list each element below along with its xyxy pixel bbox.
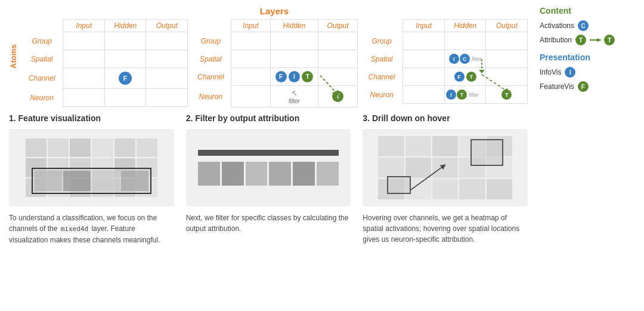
presentation-legend-title: Presentation [540,53,635,62]
col-input-1: Input [63,20,105,32]
matrix-table-2: Input Hidden Output Group [191,19,358,107]
badge-F-legend: F [578,81,589,92]
filter-label-3b: filter [469,92,479,98]
step-1: 1. Feature visualization [9,113,174,245]
cell-3-group-hidden [444,32,486,50]
svg-marker-6 [597,38,602,42]
legend-attribution: Attribution T T [540,35,635,45]
cell-1-channel-output [146,68,188,89]
svg-line-4 [411,166,444,190]
cell-1-neuron-input [63,89,105,107]
step-1-code: mixed4d [60,225,89,233]
cell-1-spatial-output [146,50,188,68]
layers-title: Layers [21,6,528,16]
col-input-3: Input [403,20,445,32]
badge-I-legend: I [565,67,575,78]
content-legend-title: Content [540,6,635,16]
infovis-label: InfoVis [540,68,561,76]
step-3-title: 3. Drill down on hover [363,113,528,123]
badge-I-2: I [289,71,300,82]
step-1-title: 1. Feature visualization [9,113,174,123]
cell-1-group-output [146,32,188,50]
cell-3-channel-output [486,68,528,86]
cell-2-group-output [318,32,357,50]
cell-3-neuron-input [403,86,445,104]
matrix-table-1: Input Hidden Output Group [21,19,188,107]
cell-2-spatial-output [318,50,357,68]
cell-3-neuron-hidden: I T filter [444,86,486,104]
cursor-icon-2: ↖ [290,88,298,98]
row-channel-1: Channel [21,68,63,89]
matrix-1: Input Hidden Output Group [21,19,188,107]
badge-F-2: F [275,71,287,82]
activations-label: Activations [540,21,574,30]
badge-T-3c: T [466,72,476,82]
badge-T-to-legend: T [604,35,615,45]
col-output-3: Output [486,20,528,32]
row-spatial-2: Spatial [191,50,231,68]
cell-2-group-input [231,32,270,50]
cell-2-spatial-input [231,50,270,68]
right-section: Content Activations C Attribution T T Pr… [534,6,635,245]
cell-2-group-hidden [270,32,318,50]
cell-2-spatial-hidden [270,50,318,68]
badge-I-3n: I [446,90,456,100]
row-channel-2: Channel [191,68,231,86]
row-neuron-3: Neuron [361,86,403,104]
badge-F-1: F [119,72,132,85]
main-container: Atoms Layers Input Hidden [0,0,644,251]
row-group-1: Group [21,32,63,50]
cell-3-group-input [403,32,445,50]
legend-infovis: InfoVis I [540,67,635,78]
step-3-image [363,129,528,207]
badge-T-from-legend: T [575,35,586,45]
matrix-2: Input Hidden Output Group [191,19,358,107]
cell-1-neuron-output [146,89,188,107]
col-output-2: Output [318,20,357,32]
row-group-2: Group [191,32,231,50]
step-2-image [186,129,351,207]
col-input-2: Input [231,20,270,32]
step-2: 2. Filter by output attribution [186,113,351,245]
cell-3-spatial-input [403,50,445,68]
legend-activations: Activations C [540,20,635,31]
steps-section: 1. Feature visualization [9,113,528,245]
badge-I-3s: I [449,54,459,64]
matrix-2-wrap: Input Hidden Output Group [191,19,358,107]
cell-2-neuron-input [231,86,270,107]
cell-2-channel-hidden: F I T [270,68,318,86]
cell-3-spatial-output [486,50,528,68]
row-spatial-3: Spatial [361,50,403,68]
arrow-icon [590,39,600,41]
cell-1-group-hidden [104,32,146,50]
cell-1-channel-hidden: F [104,68,146,89]
badge-T-2: T [302,71,313,82]
col-hidden-2: Hidden [270,20,318,32]
atoms-label: Atoms [9,6,18,107]
filter-label-2: filter [289,98,300,104]
cell-2-channel-input [231,68,270,86]
col-hidden-3: Hidden [444,20,486,32]
row-spatial-1: Spatial [21,50,63,68]
cell-1-group-input [63,32,105,50]
matrices-all: Input Hidden Output Group [21,19,528,107]
cell-1-channel-input [63,68,105,89]
col-output-1: Output [146,20,188,32]
badge-T-3n: T [457,90,467,100]
cell-2-channel-output [318,68,357,86]
cell-3-spatial-hidden: I C filter [444,50,486,68]
step-3-desc: Hovering over channels, we get a heatmap… [363,213,528,245]
col-hidden-1: Hidden [104,20,146,32]
cell-1-neuron-hidden [104,89,146,107]
filter-label-3a: filter [472,56,482,62]
matrix-table-3: Input Hidden Output Group [361,19,528,104]
left-section: Atoms Layers Input Hidden [9,6,528,245]
cell-2-neuron-hidden: ↖ filter [270,86,318,107]
row-group-3: Group [361,32,403,50]
matrix-3: Input Hidden Output Group [361,19,528,104]
step-1-desc: To understand a classification, we focus… [9,213,174,245]
featurevis-label: FeatureVis [540,82,574,91]
step-2-desc: Next, we filter for specific classes by … [186,213,351,234]
step-2-title: 2. Filter by output attribution [186,113,351,123]
cell-2-neuron-output: T [318,86,357,107]
